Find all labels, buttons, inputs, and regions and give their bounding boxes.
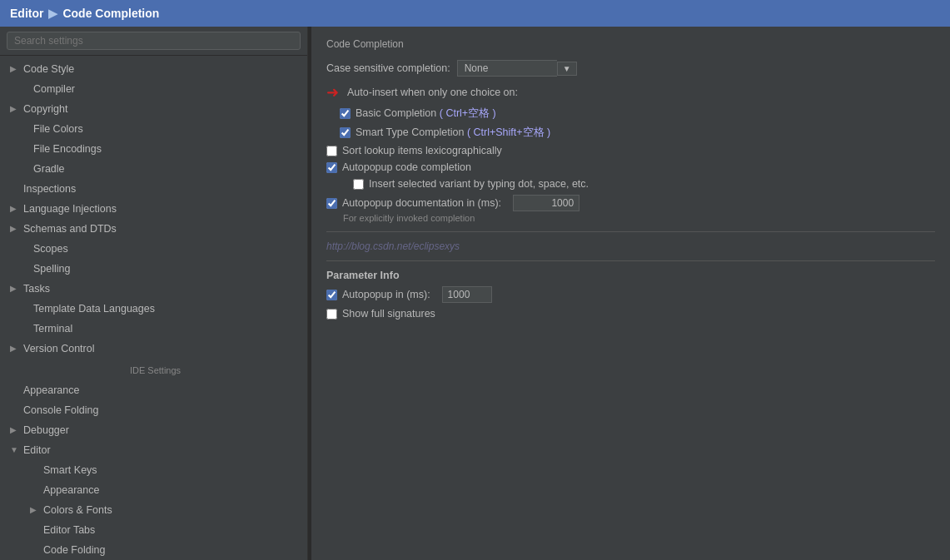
sidebar-item-console-folding[interactable]: Console Folding [0, 400, 307, 420]
sidebar-item-spelling[interactable]: Spelling [0, 259, 307, 279]
divider2 [326, 260, 935, 261]
sidebar-item-tasks[interactable]: ▶ Tasks [0, 279, 307, 299]
content-area: Code Completion Case sensitive completio… [311, 27, 950, 560]
sidebar-item-appearance[interactable]: Appearance [0, 380, 307, 400]
sidebar-item-inspections[interactable]: Inspections [0, 179, 307, 199]
autopopup-doc-value[interactable] [513, 195, 579, 211]
arrow-icon: ▶ [10, 222, 20, 235]
autopopup-in-label[interactable]: Autopopup in (ms): [342, 289, 430, 300]
sort-lookup-label[interactable]: Sort lookup items lexicographically [342, 145, 502, 156]
watermark: http://blog.csdn.net/eclipsexys [326, 240, 935, 252]
autopopup-doc-checkbox[interactable] [326, 198, 337, 209]
autopopup-code-label[interactable]: Autopopup code completion [342, 161, 471, 173]
autopopup-code-checkbox[interactable] [326, 162, 337, 173]
sidebar-item-terminal[interactable]: Terminal [0, 319, 307, 339]
sidebar-item-file-encodings[interactable]: File Encodings [0, 139, 307, 159]
arrow-icon: ▼ [10, 444, 20, 457]
breadcrumb-page: Code Completion [62, 7, 159, 20]
sidebar-item-copyright[interactable]: ▶ Copyright [0, 99, 307, 119]
sidebar-item-colors-fonts[interactable]: ▶ Colors & Fonts [0, 500, 307, 520]
auto-insert-row: ➜ Auto-insert when only one choice on: [326, 83, 935, 102]
show-full-label[interactable]: Show full signatures [342, 308, 435, 320]
auto-insert-label: Auto-insert when only one choice on: [347, 87, 518, 98]
sidebar-item-editor-tabs[interactable]: Editor Tabs [0, 520, 307, 540]
arrow-icon: ▶ [10, 202, 20, 216]
basic-completion-label[interactable]: Basic Completion ( Ctrl+空格 ) [356, 107, 496, 121]
autopopup-doc-label[interactable]: Autopopup documentation in (ms): [342, 197, 501, 209]
sidebar-item-compiler[interactable]: Compiler [0, 79, 307, 99]
arrow-icon: ▶ [10, 62, 20, 76]
section-title: Code Completion [326, 38, 935, 50]
sidebar-item-code-folding[interactable]: Code Folding [0, 540, 307, 560]
smart-type-checkbox[interactable] [340, 127, 351, 138]
arrow-icon: ▶ [10, 282, 20, 295]
arrow-icon: ▶ [10, 424, 20, 437]
case-sensitive-label: Case sensitive completion: [326, 62, 450, 74]
case-sensitive-dropdown-arrow[interactable]: ▼ [557, 62, 577, 76]
divider [326, 231, 935, 232]
arrow-icon: ▶ [10, 342, 20, 355]
autopopup-in-value[interactable] [442, 286, 492, 303]
arrow-icon: ▶ [30, 503, 40, 517]
basic-completion-row: Basic Completion ( Ctrl+空格 ) [340, 107, 935, 121]
sidebar-item-gradle[interactable]: Gradle [0, 159, 307, 179]
arrow-icon: ▶ [10, 102, 20, 116]
show-full-row: Show full signatures [326, 308, 935, 320]
sidebar-item-debugger[interactable]: ▶ Debugger [0, 420, 307, 440]
autopopup-in-checkbox[interactable] [326, 290, 337, 300]
basic-completion-checkbox[interactable] [340, 108, 351, 119]
insert-selected-label[interactable]: Insert selected variant by typing dot, s… [369, 178, 589, 190]
autopopup-code-row: Autopopup code completion [326, 161, 935, 173]
sidebar-item-editor[interactable]: ▼ Editor [0, 440, 307, 460]
insert-selected-checkbox[interactable] [353, 179, 364, 190]
autopopup-doc-row: Autopopup documentation in (ms): [326, 195, 935, 211]
smart-type-label[interactable]: Smart Type Completion ( Ctrl+Shift+空格 ) [356, 126, 550, 140]
sidebar-item-schemas-dtds[interactable]: ▶ Schemas and DTDs [0, 219, 307, 239]
case-sensitive-dropdown-wrapper: None ▼ [457, 60, 577, 77]
autopopup-in-row: Autopopup in (ms): [326, 286, 935, 303]
insert-selected-row: Insert selected variant by typing dot, s… [353, 178, 935, 190]
search-input[interactable] [7, 32, 301, 50]
sort-lookup-checkbox[interactable] [326, 146, 337, 156]
sidebar-item-scopes[interactable]: Scopes [0, 239, 307, 259]
smart-type-row: Smart Type Completion ( Ctrl+Shift+空格 ) [340, 126, 935, 140]
red-arrow-icon: ➜ [326, 83, 339, 102]
breadcrumb-separator: ▶ [48, 7, 57, 20]
sidebar: ▶ Code Style Compiler ▶ Copyright File C… [0, 27, 308, 560]
top-bar: Editor ▶ Code Completion [0, 0, 950, 27]
main-layout: ▶ Code Style Compiler ▶ Copyright File C… [0, 27, 950, 560]
sort-lookup-row: Sort lookup items lexicographically [326, 145, 935, 156]
sidebar-item-template-data[interactable]: Template Data Languages [0, 299, 307, 319]
case-sensitive-dropdown[interactable]: None [457, 60, 557, 77]
sidebar-tree: ▶ Code Style Compiler ▶ Copyright File C… [0, 56, 307, 560]
show-full-checkbox[interactable] [326, 309, 337, 320]
sidebar-item-editor-appearance[interactable]: Appearance [0, 480, 307, 500]
sidebar-item-smart-keys[interactable]: Smart Keys [0, 460, 307, 480]
for-explicitly-label: For explicitly invoked completion [343, 213, 935, 223]
ide-settings-header: IDE Settings [0, 359, 307, 380]
sidebar-item-file-colors[interactable]: File Colors [0, 119, 307, 139]
sidebar-item-code-style[interactable]: ▶ Code Style [0, 59, 307, 79]
sidebar-item-version-control[interactable]: ▶ Version Control [0, 339, 307, 359]
breadcrumb-editor: Editor [10, 7, 43, 20]
sidebar-item-language-injections[interactable]: ▶ Language Injections [0, 199, 307, 219]
param-info-header: Parameter Info [326, 270, 935, 281]
case-sensitive-row: Case sensitive completion: None ▼ [326, 60, 935, 77]
search-box [0, 27, 307, 56]
